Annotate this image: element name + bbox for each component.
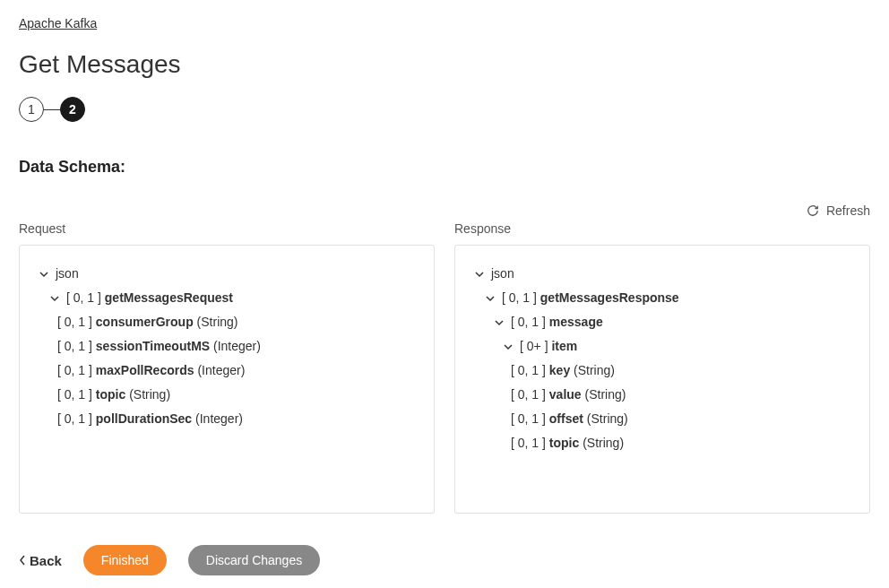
step-1[interactable]: 1 <box>19 97 44 122</box>
tree-label: [ 0, 1 ] maxPollRecords (Integer) <box>57 361 245 380</box>
tree-node-poll-duration-sec[interactable]: [ 0, 1 ] pollDurationSec (Integer) <box>38 407 416 431</box>
tree-node-offset[interactable]: [ 0, 1 ] offset (String) <box>473 407 851 431</box>
chevron-down-icon[interactable] <box>38 268 50 281</box>
request-label: Request <box>19 221 435 236</box>
chevron-down-icon[interactable] <box>473 268 486 281</box>
tree-label: [ 0, 1 ] value (String) <box>511 385 626 404</box>
breadcrumb-link-apache-kafka[interactable]: Apache Kafka <box>19 16 97 30</box>
tree-label: json <box>56 264 79 283</box>
footer: Back Finished Discard Changes <box>19 545 870 575</box>
chevron-down-icon[interactable] <box>493 316 505 329</box>
back-label: Back <box>30 553 62 568</box>
request-column: Request json [ 0, 1 ] getMessagesRequest… <box>19 221 435 514</box>
tree-node-get-messages-request[interactable]: [ 0, 1 ] getMessagesRequest <box>38 286 416 310</box>
tree-node-consumer-group[interactable]: [ 0, 1 ] consumerGroup (String) <box>38 310 416 334</box>
tree-label: [ 0, 1 ] topic (String) <box>511 434 624 453</box>
tree-label: [ 0, 1 ] sessionTimeoutMS (Integer) <box>57 337 261 356</box>
tree-node-json[interactable]: json <box>38 262 416 286</box>
tree-node-topic[interactable]: [ 0, 1 ] topic (String) <box>38 383 416 407</box>
tree-label: [ 0, 1 ] getMessagesRequest <box>66 289 233 307</box>
breadcrumb: Apache Kafka <box>19 16 870 30</box>
tree-label: [ 0, 1 ] offset (String) <box>511 410 628 428</box>
page-title: Get Messages <box>19 50 870 79</box>
section-title: Data Schema: <box>19 158 870 177</box>
tree-node-item[interactable]: [ 0+ ] item <box>473 334 851 359</box>
finished-button[interactable]: Finished <box>83 545 167 575</box>
chevron-down-icon[interactable] <box>48 292 61 305</box>
discard-changes-button[interactable]: Discard Changes <box>188 545 320 575</box>
chevron-down-icon[interactable] <box>502 341 514 353</box>
tree-label: [ 0, 1 ] topic (String) <box>57 385 170 404</box>
refresh-icon <box>807 204 819 217</box>
tree-label: [ 0, 1 ] message <box>511 313 603 332</box>
step-2[interactable]: 2 <box>60 97 85 122</box>
tree-node-max-poll-records[interactable]: [ 0, 1 ] maxPollRecords (Integer) <box>38 359 416 383</box>
request-schema-box: json [ 0, 1 ] getMessagesRequest [ 0, 1 … <box>19 245 435 514</box>
refresh-button[interactable]: Refresh <box>807 203 870 218</box>
tree-node-key[interactable]: [ 0, 1 ] key (String) <box>473 359 851 383</box>
step-connector <box>44 109 60 110</box>
tree-label: json <box>491 264 514 283</box>
tree-label: [ 0, 1 ] key (String) <box>511 361 615 380</box>
back-button[interactable]: Back <box>19 553 62 568</box>
stepper: 1 2 <box>19 97 870 122</box>
response-column: Response json [ 0, 1 ] getMessagesRespon… <box>454 221 870 514</box>
tree-node-topic[interactable]: [ 0, 1 ] topic (String) <box>473 431 851 455</box>
response-label: Response <box>454 221 870 236</box>
tree-node-session-timeout-ms[interactable]: [ 0, 1 ] sessionTimeoutMS (Integer) <box>38 334 416 359</box>
tree-node-json[interactable]: json <box>473 262 851 286</box>
tree-label: [ 0, 1 ] getMessagesResponse <box>502 289 679 307</box>
tree-label: [ 0, 1 ] consumerGroup (String) <box>57 313 238 332</box>
tree-node-get-messages-response[interactable]: [ 0, 1 ] getMessagesResponse <box>473 286 851 310</box>
chevron-down-icon[interactable] <box>484 292 496 305</box>
tree-node-value[interactable]: [ 0, 1 ] value (String) <box>473 383 851 407</box>
refresh-label: Refresh <box>826 203 870 218</box>
tree-node-message[interactable]: [ 0, 1 ] message <box>473 310 851 334</box>
tree-label: [ 0+ ] item <box>520 337 577 356</box>
chevron-left-icon <box>19 553 26 568</box>
response-schema-box: json [ 0, 1 ] getMessagesResponse [ 0, 1… <box>454 245 870 514</box>
tree-label: [ 0, 1 ] pollDurationSec (Integer) <box>57 410 243 428</box>
